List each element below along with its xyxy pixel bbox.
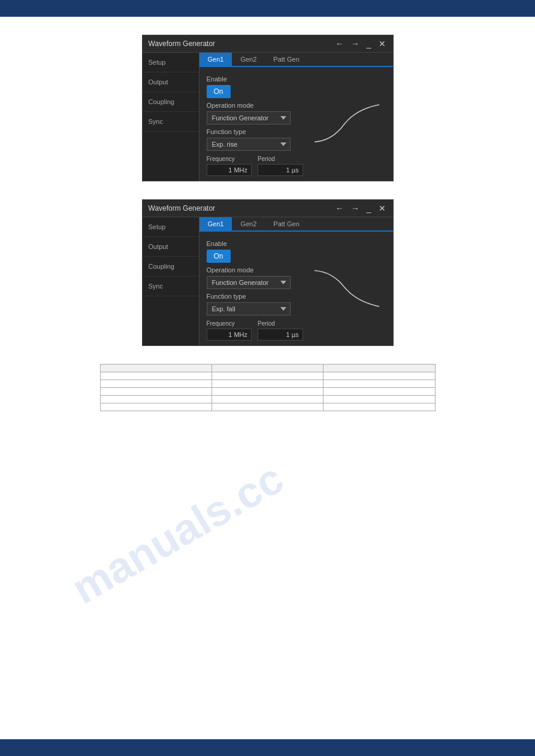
window1-tab-gen2[interactable]: Gen2	[232, 53, 265, 66]
window2-minimize-btn[interactable]: _	[365, 204, 373, 213]
table-cell	[100, 380, 211, 388]
waveform-window-2: Waveform Generator ← → _ ✕ Setup Output …	[142, 199, 394, 346]
window2-enable-label: Enable	[207, 240, 303, 247]
sidebar2-sync[interactable]: Sync	[143, 277, 199, 296]
sidebar2-coupling[interactable]: Coupling	[143, 257, 199, 277]
window1-period-input[interactable]	[258, 164, 303, 176]
window2-freq-row: Frequency Period	[207, 320, 303, 341]
window1-tab-pattgen[interactable]: Patt Gen	[265, 53, 307, 66]
window2-opmode-label: Operation mode	[207, 266, 303, 274]
window2-content: Enable On Operation mode Function Genera…	[200, 232, 393, 345]
titlebar-2: Waveform Generator ← → _ ✕	[143, 200, 393, 217]
watermark: manuals.cc	[64, 453, 292, 613]
window1-waveform-preview	[308, 72, 386, 176]
window1-freq-input[interactable]	[207, 164, 252, 176]
table-cell	[324, 380, 435, 388]
window1-tab-gen1[interactable]: Gen1	[200, 53, 232, 66]
window1-opmode-label: Operation mode	[207, 102, 303, 109]
window1-title: Waveform Generator	[149, 40, 216, 48]
table-cell	[324, 403, 435, 411]
sidebar2-output[interactable]: Output	[143, 237, 199, 257]
window1-waveform-svg	[309, 100, 385, 148]
window1-back-btn[interactable]: ←	[334, 39, 345, 48]
window1-frequency-col: Frequency	[207, 156, 252, 176]
sidebar1-coupling[interactable]: Coupling	[143, 92, 199, 112]
table-row	[100, 403, 435, 411]
table-cell	[324, 372, 435, 380]
table-row	[100, 372, 435, 380]
top-bar	[0, 0, 535, 17]
window1-period-label: Period	[258, 156, 303, 162]
window2-tab-gen2[interactable]: Gen2	[232, 217, 265, 230]
window2-title: Waveform Generator	[149, 204, 216, 212]
window1-period-col: Period	[258, 156, 303, 176]
window2-period-col: Period	[258, 320, 303, 341]
table-cell	[100, 388, 211, 396]
window1-controls: ← → _ ✕	[334, 39, 387, 48]
window1-enable-label: Enable	[207, 75, 303, 83]
window2-freq-label: Frequency	[207, 320, 252, 327]
window2-waveform-svg	[309, 265, 385, 312]
window2-period-label: Period	[258, 320, 303, 327]
table-cell	[324, 396, 435, 403]
table-row	[100, 396, 435, 403]
window1-freq-label: Frequency	[207, 156, 252, 162]
window1-forward-btn[interactable]: →	[350, 39, 361, 48]
table-cell	[211, 372, 323, 380]
window1-main: Gen1 Gen2 Patt Gen Enable On Operation m…	[200, 53, 393, 181]
table-cell	[211, 403, 323, 411]
window1-functype-label: Function type	[207, 128, 303, 135]
window2-forward-btn[interactable]: →	[350, 204, 361, 213]
window1-on-button[interactable]: On	[207, 85, 231, 98]
table-header-col2	[211, 365, 323, 372]
table-row	[100, 388, 435, 396]
table-cell	[211, 380, 323, 388]
sidebar1-setup[interactable]: Setup	[143, 53, 199, 72]
window1-left-panel: Enable On Operation mode Function Genera…	[207, 72, 303, 176]
titlebar-1: Waveform Generator ← → _ ✕	[143, 35, 393, 53]
sidebar1-output[interactable]: Output	[143, 72, 199, 92]
bottom-bar	[0, 739, 535, 756]
table-header-col3	[324, 365, 435, 372]
window1-minimize-btn[interactable]: _	[365, 39, 373, 48]
window1-body: Setup Output Coupling Sync Gen1 Gen2 Pat…	[143, 53, 393, 181]
window2-waveform-preview	[308, 236, 386, 341]
sidebar2-setup[interactable]: Setup	[143, 217, 199, 237]
table-cell	[100, 372, 211, 380]
table-header-col1	[100, 365, 211, 372]
window1-opmode-select[interactable]: Function Generator	[207, 111, 291, 125]
window1-sidebar: Setup Output Coupling Sync	[143, 53, 200, 181]
window2-period-input[interactable]	[258, 329, 303, 341]
table-cell	[100, 396, 211, 403]
table-cell	[324, 388, 435, 396]
window2-opmode-select[interactable]: Function Generator	[207, 276, 291, 289]
page-content: Waveform Generator ← → _ ✕ Setup Output …	[0, 17, 535, 423]
window2-frequency-col: Frequency	[207, 320, 252, 341]
window2-tabs: Gen1 Gen2 Patt Gen	[200, 217, 393, 232]
window2-controls: ← → _ ✕	[334, 204, 387, 213]
table-cell	[211, 396, 323, 403]
window2-on-button[interactable]: On	[207, 250, 231, 263]
window1-content: Enable On Operation mode Function Genera…	[200, 67, 393, 181]
window2-functype-label: Function type	[207, 293, 303, 300]
window2-left-panel: Enable On Operation mode Function Genera…	[207, 236, 303, 341]
window2-body: Setup Output Coupling Sync Gen1 Gen2 Pat…	[143, 217, 393, 345]
table-cell	[100, 403, 211, 411]
window2-functype-select[interactable]: Exp. fall	[207, 302, 291, 315]
window2-main: Gen1 Gen2 Patt Gen Enable On Operation m…	[200, 217, 393, 345]
table-cell	[211, 388, 323, 396]
sidebar1-sync[interactable]: Sync	[143, 112, 199, 132]
window1-functype-select[interactable]: Exp. rise	[207, 138, 291, 151]
window1-tabs: Gen1 Gen2 Patt Gen	[200, 53, 393, 67]
data-table	[100, 364, 436, 411]
window2-close-btn[interactable]: ✕	[377, 204, 387, 213]
window2-freq-input[interactable]	[207, 329, 252, 341]
window2-sidebar: Setup Output Coupling Sync	[143, 217, 200, 345]
window1-close-btn[interactable]: ✕	[377, 39, 387, 48]
window2-back-btn[interactable]: ←	[334, 204, 345, 213]
window2-tab-gen1[interactable]: Gen1	[200, 217, 232, 230]
window1-freq-row: Frequency Period	[207, 156, 303, 176]
window2-tab-pattgen[interactable]: Patt Gen	[265, 217, 307, 230]
table-row	[100, 380, 435, 388]
waveform-window-1: Waveform Generator ← → _ ✕ Setup Output …	[142, 35, 394, 181]
